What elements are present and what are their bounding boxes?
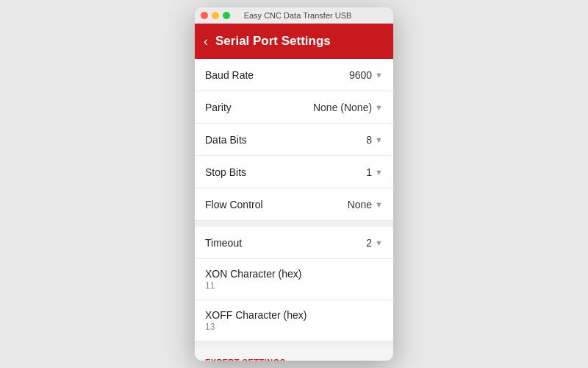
parity-value: None (None) ▼ [313, 102, 383, 113]
stop-bits-dropdown-arrow: ▼ [375, 168, 383, 177]
xoff-character-label: XOFF Character (hex) [205, 309, 306, 321]
separator-1 [195, 221, 393, 227]
flow-control-row[interactable]: Flow Control None ▼ [195, 188, 393, 221]
title-bar: Easy CNC Data Transfer USB [195, 7, 393, 24]
data-bits-value: 8 ▼ [366, 134, 383, 146]
baud-rate-value: 9600 ▼ [349, 69, 383, 81]
traffic-lights [201, 12, 230, 19]
parity-dropdown-arrow: ▼ [375, 103, 383, 112]
app-window: Easy CNC Data Transfer USB ‹ Serial Port… [195, 7, 393, 361]
xon-character-row: XON Character (hex) 11 [195, 259, 393, 300]
expert-settings-label: EXPERT SETTINGS [205, 358, 286, 361]
baud-rate-label: Baud Rate [205, 69, 254, 81]
back-button[interactable]: ‹ [204, 35, 208, 48]
parity-label: Parity [205, 102, 232, 113]
timeout-dropdown-arrow: ▼ [375, 238, 383, 247]
stop-bits-label: Stop Bits [205, 166, 246, 178]
page-title: Serial Port Settings [215, 34, 331, 49]
flow-control-label: Flow Control [205, 199, 263, 210]
window-title: Easy CNC Data Transfer USB [230, 11, 365, 20]
parity-row[interactable]: Parity None (None) ▼ [195, 91, 393, 124]
stop-bits-row[interactable]: Stop Bits 1 ▼ [195, 156, 393, 188]
baud-rate-row[interactable]: Baud Rate 9600 ▼ [195, 59, 393, 91]
expert-settings-section: EXPERT SETTINGS [195, 347, 393, 361]
settings-content: Baud Rate 9600 ▼ Parity None (None) ▼ Da… [195, 59, 393, 361]
xoff-character-value: 13 [205, 322, 215, 332]
stop-bits-value: 1 ▼ [366, 166, 383, 178]
timeout-row[interactable]: Timeout 2 ▼ [195, 227, 393, 259]
flow-control-dropdown-arrow: ▼ [375, 200, 383, 209]
xoff-character-row: XOFF Character (hex) 13 [195, 300, 393, 342]
flow-control-value: None ▼ [348, 199, 383, 210]
page-header: ‹ Serial Port Settings [195, 24, 393, 59]
separator-2 [195, 342, 393, 347]
close-button[interactable] [201, 12, 208, 19]
xon-character-label: XON Character (hex) [205, 268, 301, 280]
timeout-value: 2 ▼ [366, 237, 383, 249]
data-bits-dropdown-arrow: ▼ [375, 135, 383, 144]
data-bits-row[interactable]: Data Bits 8 ▼ [195, 124, 393, 156]
data-bits-label: Data Bits [205, 134, 247, 146]
timeout-label: Timeout [205, 237, 242, 249]
minimize-button[interactable] [212, 12, 219, 19]
baud-rate-dropdown-arrow: ▼ [375, 71, 383, 79]
maximize-button[interactable] [223, 12, 230, 19]
xon-character-value: 11 [205, 280, 215, 291]
